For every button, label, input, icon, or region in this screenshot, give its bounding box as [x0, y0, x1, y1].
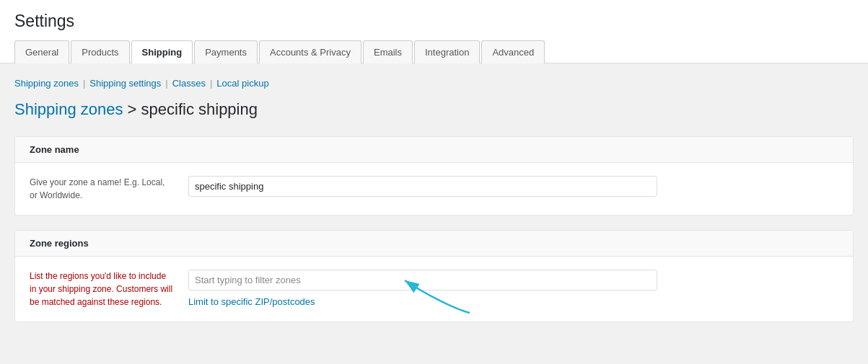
- heading-rest: specific shipping: [141, 100, 258, 118]
- tabs-nav: General Products Shipping Payments Accou…: [14, 40, 854, 63]
- breadcrumb-local-pickup[interactable]: Local pickup: [216, 78, 268, 89]
- zone-name-title: Zone name: [30, 144, 79, 155]
- zone-name-field-col: [188, 163, 853, 215]
- breadcrumb-classes[interactable]: Classes: [172, 78, 206, 89]
- zone-regions-label-col: List the regions you'd like to include i…: [15, 257, 188, 321]
- page-heading: Shipping zones > specific shipping: [14, 100, 854, 119]
- heading-separator: >: [123, 100, 141, 118]
- zone-regions-field-col: Limit to specific ZIP/postcodes: [188, 257, 853, 321]
- zone-regions-description: List the regions you'd like to include i…: [30, 271, 172, 307]
- zone-name-section: Zone name Give your zone a name! E.g. Lo…: [14, 136, 854, 216]
- zone-regions-header: Zone regions: [15, 231, 853, 257]
- zone-name-row: Give your zone a name! E.g. Local, or Wo…: [15, 163, 853, 215]
- page-title: Settings: [14, 12, 854, 31]
- tab-general[interactable]: General: [14, 40, 69, 63]
- limit-to-zip-link[interactable]: Limit to specific ZIP/postcodes: [188, 296, 315, 307]
- tab-integration[interactable]: Integration: [414, 40, 480, 63]
- tab-advanced[interactable]: Advanced: [481, 40, 545, 63]
- breadcrumb-shipping-zones[interactable]: Shipping zones: [14, 78, 79, 89]
- tab-products[interactable]: Products: [71, 40, 129, 63]
- breadcrumb: Shipping zones | Shipping settings | Cla…: [14, 78, 854, 89]
- zone-regions-title: Zone regions: [30, 238, 89, 249]
- zone-name-header: Zone name: [15, 137, 853, 163]
- zone-regions-row: List the regions you'd like to include i…: [15, 257, 853, 321]
- breadcrumb-shipping-settings[interactable]: Shipping settings: [89, 78, 161, 89]
- zone-regions-section: Zone regions List the regions you'd like…: [14, 230, 854, 322]
- zone-name-label-col: Give your zone a name! E.g. Local, or Wo…: [15, 163, 188, 215]
- filter-input-wrapper: [188, 270, 657, 290]
- zone-name-input[interactable]: [188, 176, 657, 197]
- tab-shipping[interactable]: Shipping: [131, 40, 193, 63]
- filter-zones-input[interactable]: [188, 270, 657, 290]
- tab-accounts-privacy[interactable]: Accounts & Privacy: [259, 40, 361, 63]
- zone-name-description: Give your zone a name! E.g. Local, or Wo…: [30, 177, 165, 200]
- tab-payments[interactable]: Payments: [194, 40, 258, 63]
- tab-emails[interactable]: Emails: [363, 40, 413, 63]
- shipping-zones-link[interactable]: Shipping zones: [14, 100, 123, 118]
